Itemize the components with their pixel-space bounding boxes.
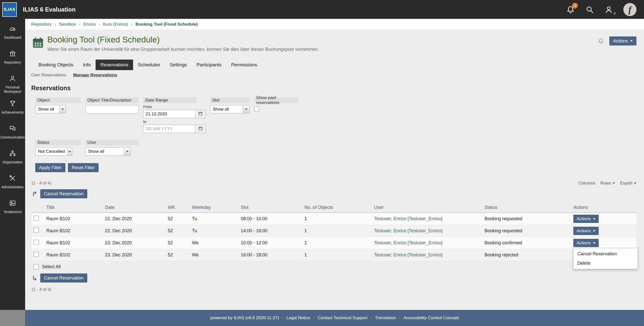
col-header-objects[interactable]: No. of Objects (302, 202, 372, 213)
filter-object-title-label: Object Title/Description (85, 97, 139, 103)
tab-permissions[interactable]: Permissions (226, 60, 262, 70)
tab-booking-objects[interactable]: Booking Objects (34, 60, 78, 70)
chevron-down-icon (613, 182, 615, 184)
footer-link-translation[interactable]: Translation (375, 315, 396, 320)
reset-filter-button[interactable]: Reset Filter (68, 163, 99, 172)
breadcrumb-item-current[interactable]: Booking Tool (Fixed Schedule) (135, 22, 198, 27)
breadcrumb-item-enrico[interactable]: Enrico (84, 22, 96, 27)
filter-section-title: Reservations (31, 84, 644, 92)
col-header-date[interactable]: Date (103, 202, 166, 213)
sidebar-item-organisation[interactable]: Organisation (0, 146, 25, 171)
date-to-calendar-button[interactable] (195, 125, 206, 133)
table-view-controls: Columns Rows Export (578, 181, 636, 186)
tab-info[interactable]: Info (78, 60, 96, 70)
user-icon (604, 11, 613, 15)
subtab-manage-reservations[interactable]: Manage Reservations (73, 73, 117, 78)
who-is-online-button[interactable]: 0 (604, 5, 613, 14)
export-control[interactable]: Export (620, 181, 636, 186)
tab-participants[interactable]: Participants (192, 60, 226, 70)
online-count: 0 (614, 12, 616, 15)
tab-reservations[interactable]: Reservations (96, 60, 133, 70)
show-past-checkbox[interactable] (254, 106, 259, 111)
calendar-icon (198, 111, 203, 117)
date-from-input[interactable] (143, 110, 195, 118)
cancel-reservation-button-bottom[interactable]: Cancel Reservation (40, 273, 87, 283)
date-from-calendar-button[interactable] (195, 110, 206, 118)
slot-filter-value: Show all (210, 105, 243, 113)
menu-item-delete[interactable]: Delete (574, 259, 637, 268)
cell-objects: 1 (302, 225, 372, 237)
user-link[interactable]: Testuser, Enrico [Testuser_Enrico] (374, 252, 442, 257)
col-header-title[interactable]: Title (44, 202, 103, 213)
apply-filter-label: Apply Filter (39, 165, 62, 170)
row-actions-button[interactable]: Actions (573, 227, 599, 235)
page-actions-button[interactable]: Actions (609, 36, 636, 45)
cell-weekday: We (190, 237, 239, 249)
row-checkbox[interactable] (34, 240, 39, 245)
filter-user: User Show all (85, 139, 139, 156)
col-header-status[interactable]: Status (482, 202, 571, 213)
cell-title: Raum B102 (44, 225, 103, 237)
col-header-weekday[interactable]: Weekday (190, 202, 239, 213)
col-header-user[interactable]: User (372, 202, 482, 213)
object-filter-select[interactable]: Show all (35, 105, 66, 113)
slot-filter-select[interactable]: Show all (210, 105, 250, 113)
row-checkbox[interactable] (34, 216, 39, 221)
sidebar-item-achievements[interactable]: Achievements (0, 96, 25, 121)
filter-row-1: Object Show all Object Title/Description (35, 97, 644, 133)
object-filter-value: Show all (35, 105, 59, 113)
breadcrumb-item-sandbox[interactable]: Sandbox (59, 22, 76, 27)
user-filter-select[interactable]: Show all (85, 147, 131, 156)
apply-filter-button[interactable]: Apply Filter (35, 163, 65, 172)
footer-link-accessibility[interactable]: Accessibility Control Concept (404, 315, 459, 320)
col-header-wk[interactable]: WK (166, 202, 190, 213)
chevron-down-icon (124, 148, 130, 155)
ilias-logo[interactable]: ILIAS (2, 2, 17, 17)
sidebar-item-administration[interactable]: Administration (0, 171, 25, 196)
search-button[interactable] (585, 5, 594, 14)
sidebar-item-personal-workspace[interactable]: Personal Workspace (0, 71, 25, 96)
filter-date-range-label: Date Range (143, 97, 196, 103)
bulk-action-row-top: ↱ Cancel Reservation (32, 189, 636, 198)
user-link[interactable]: Testuser, Enrico [Testuser_Enrico] (374, 216, 442, 221)
cancel-reservation-button-top[interactable]: Cancel Reservation (40, 189, 87, 198)
col-header-actions: Actions (571, 202, 636, 213)
row-checkbox[interactable] (34, 252, 39, 257)
notification-badge: 3 (572, 3, 578, 9)
object-title-input[interactable] (85, 105, 139, 113)
sidebar-item-communication[interactable]: Communication (0, 121, 25, 146)
user-link[interactable]: Testuser, Enrico [Testuser_Enrico] (374, 228, 442, 233)
tab-schedules[interactable]: Schedules (133, 60, 165, 70)
tab-settings[interactable]: Settings (165, 60, 192, 70)
col-header-slot[interactable]: Slot (239, 202, 302, 213)
select-all-checkbox[interactable] (34, 264, 39, 269)
main-content: Booking Tool (Fixed Schedule) Wenn Sie e… (25, 30, 644, 310)
breadcrumb-item-repository[interactable]: Repository (31, 22, 52, 27)
date-to-input[interactable] (143, 125, 195, 133)
notification-toggle-bell-icon[interactable] (598, 38, 604, 44)
rows-control[interactable]: Rows (600, 181, 615, 186)
menu-item-cancel-reservation[interactable]: Cancel Reservation (574, 249, 637, 259)
notifications-button[interactable]: 3 (566, 5, 575, 14)
row-actions-button-open[interactable]: Actions (573, 239, 599, 247)
footer-link-contact-support[interactable]: Contact Technical Support (318, 315, 368, 320)
filter-show-past-label: Show past reservations (254, 97, 298, 103)
sidebar-item-dashboard[interactable]: Dashboard (0, 21, 25, 46)
breadcrumb-separator: › (131, 22, 133, 27)
user-avatar[interactable]: f (623, 3, 636, 16)
sidebar-item-label: Achievements (2, 110, 24, 115)
columns-control[interactable]: Columns (578, 181, 595, 186)
footer-separator: · (399, 315, 400, 320)
subtab-own-reservations[interactable]: Own Reservations (31, 73, 66, 78)
breadcrumb-item-kurs[interactable]: Kurs (Enrico) (103, 22, 128, 27)
row-actions-button[interactable]: Actions (573, 215, 599, 223)
footer-link-legal-notice[interactable]: Legal Notice (287, 315, 310, 320)
user-link[interactable]: Testuser, Enrico [Testuser_Enrico] (374, 240, 442, 245)
sidebar-item-repository[interactable]: Repository (0, 46, 25, 71)
reservations-table-zone: (1 - 4 of 4) Columns Rows Export (32, 181, 636, 292)
sidebar-item-testbereich[interactable]: Testbereich (0, 196, 25, 221)
status-filter-select[interactable]: Not Cancelled (35, 147, 72, 156)
row-checkbox[interactable] (34, 228, 39, 233)
chevron-down-icon (593, 230, 595, 232)
sidebar-item-label: Administration (2, 185, 24, 189)
